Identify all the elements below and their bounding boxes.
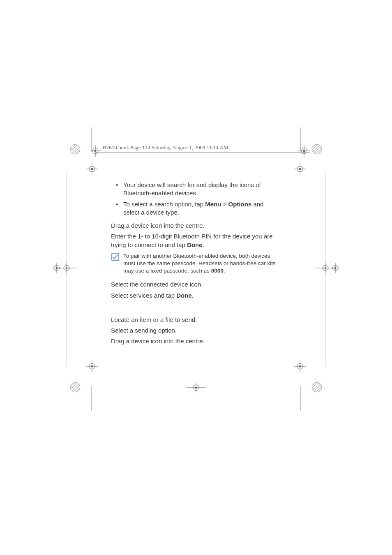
crop-line: [91, 386, 92, 411]
crop-line: [81, 367, 311, 367]
header-text: B7610.book Page 124 Saturday, August 1, …: [101, 144, 230, 151]
svg-rect-46: [111, 253, 119, 261]
registration-mark-icon: [186, 383, 206, 393]
crosshatch-icon: [311, 382, 322, 393]
page-header: B7610.book Page 124 Saturday, August 1, …: [96, 148, 310, 153]
crop-line: [57, 173, 57, 366]
registration-mark-icon: [86, 361, 98, 372]
paragraph: Select a sending option.: [111, 326, 279, 335]
crop-line: [325, 173, 325, 366]
section-divider: [111, 309, 279, 309]
crop-line: [91, 127, 92, 152]
crop-line: [335, 173, 335, 366]
note-icon: [111, 253, 119, 261]
registration-mark-icon: [52, 263, 76, 273]
bullet-list: Your device will search for and display …: [111, 181, 279, 217]
svg-point-9: [312, 144, 322, 154]
crop-line: [99, 387, 293, 387]
list-item: To select a search option, tap Menu > Op…: [118, 200, 279, 217]
list-item: Your device will search for and display …: [118, 181, 279, 198]
note-text: To pair with another Bluetooth-enabled d…: [123, 252, 279, 275]
crop-line: [67, 173, 67, 366]
paragraph: Select services and tap Done.: [111, 291, 279, 300]
paragraph: Enter the 1- to 16-digit Bluetooth PIN f…: [111, 232, 279, 249]
paragraph: Drag a device icon into the centre.: [111, 337, 279, 345]
crosshatch-icon: [311, 144, 322, 155]
registration-mark-icon: [86, 163, 98, 175]
crop-line: [300, 127, 301, 152]
svg-point-10: [70, 382, 80, 392]
paragraph: Select the connected device icon.: [111, 280, 279, 289]
crop-line: [300, 386, 301, 411]
svg-point-11: [312, 382, 322, 392]
crosshatch-icon: [70, 382, 81, 393]
note-callout: To pair with another Bluetooth-enabled d…: [111, 252, 279, 275]
crop-line: [190, 127, 190, 152]
registration-mark-icon: [294, 361, 306, 372]
registration-mark-icon: [294, 163, 306, 175]
page-content: Your device will search for and display …: [111, 181, 279, 348]
crosshatch-icon: [70, 144, 81, 155]
paragraph: Drag a device icon into the centre.: [111, 222, 279, 230]
registration-mark-icon: [316, 263, 340, 273]
paragraph: Locate an item or a file to send.: [111, 316, 279, 324]
svg-point-8: [70, 144, 80, 154]
crop-line: [190, 386, 190, 411]
